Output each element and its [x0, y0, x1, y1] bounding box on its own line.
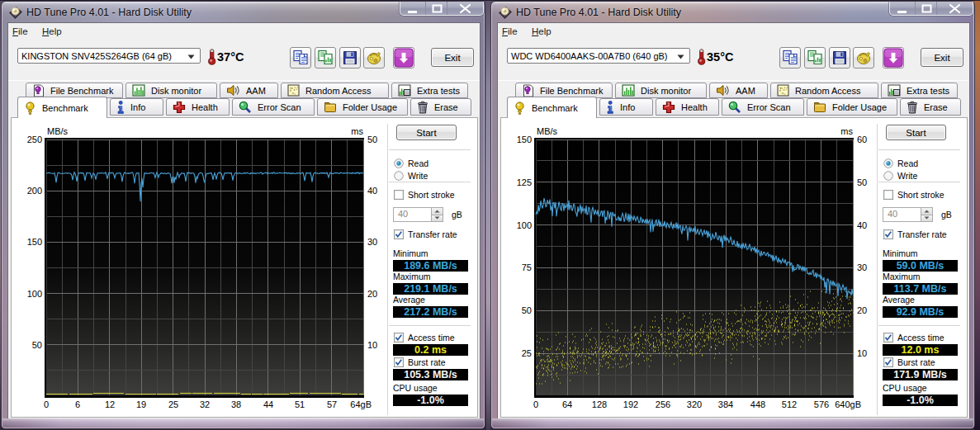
- svg-text:6: 6: [75, 399, 80, 409]
- svg-text:32: 32: [200, 399, 210, 409]
- svg-text:512: 512: [782, 399, 797, 409]
- svg-text:51: 51: [295, 399, 305, 409]
- svg-text:50: 50: [367, 135, 377, 144]
- svg-text:448: 448: [750, 399, 765, 409]
- svg-text:320: 320: [687, 399, 702, 409]
- svg-text:MB/s: MB/s: [47, 126, 69, 136]
- svg-text:128: 128: [592, 399, 607, 409]
- svg-text:100: 100: [27, 289, 42, 299]
- svg-text:64: 64: [562, 399, 572, 409]
- svg-text:50: 50: [32, 340, 42, 350]
- svg-text:200: 200: [27, 186, 42, 196]
- svg-text:75: 75: [522, 262, 532, 272]
- svg-text:44: 44: [263, 399, 273, 409]
- svg-text:30: 30: [857, 262, 867, 272]
- svg-text:12: 12: [105, 399, 115, 409]
- svg-text:MB/s: MB/s: [537, 126, 558, 136]
- svg-text:0: 0: [44, 399, 49, 409]
- svg-text:256: 256: [656, 399, 670, 409]
- svg-text:20: 20: [857, 305, 867, 315]
- svg-text:150: 150: [27, 237, 42, 247]
- svg-text:20: 20: [367, 289, 377, 299]
- svg-text:384: 384: [718, 399, 733, 409]
- svg-text:64gB: 64gB: [350, 399, 372, 409]
- svg-text:ms: ms: [840, 126, 853, 136]
- svg-text:40: 40: [857, 220, 867, 230]
- svg-text:40: 40: [367, 186, 377, 196]
- svg-text:25: 25: [168, 399, 178, 409]
- svg-text:125: 125: [517, 177, 532, 187]
- svg-text:10: 10: [367, 340, 377, 350]
- svg-text:150: 150: [517, 135, 532, 144]
- svg-text:100: 100: [517, 220, 532, 230]
- svg-text:30: 30: [367, 237, 377, 247]
- svg-text:10: 10: [857, 348, 867, 358]
- svg-text:192: 192: [623, 399, 638, 409]
- svg-text:640gB: 640gB: [835, 399, 861, 409]
- svg-text:ms: ms: [351, 126, 363, 136]
- svg-text:38: 38: [231, 399, 241, 409]
- svg-text:50: 50: [522, 305, 532, 315]
- svg-text:0: 0: [533, 399, 538, 409]
- svg-text:576: 576: [814, 399, 829, 409]
- svg-text:60: 60: [857, 135, 867, 144]
- svg-text:50: 50: [857, 177, 867, 187]
- svg-text:19: 19: [136, 399, 146, 409]
- svg-text:250: 250: [27, 135, 42, 144]
- svg-text:25: 25: [522, 348, 532, 358]
- svg-text:57: 57: [327, 399, 337, 409]
